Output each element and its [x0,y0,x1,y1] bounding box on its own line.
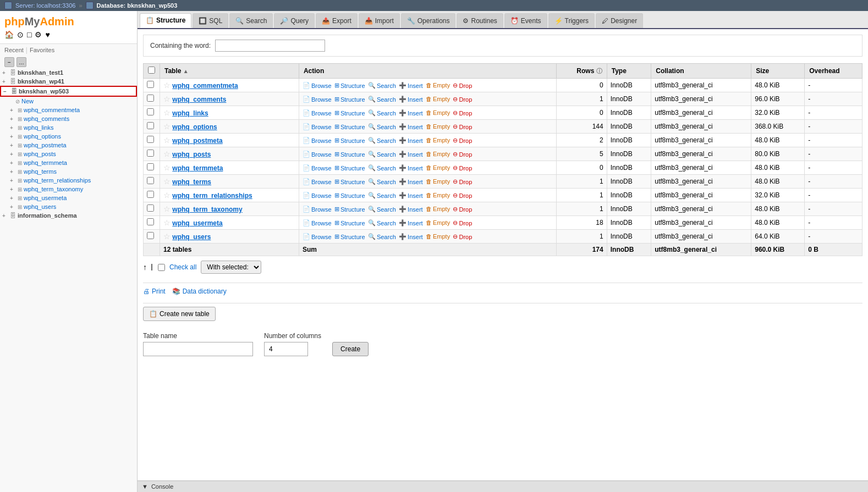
sidebar-item-wphq-usermeta[interactable]: + ⊞ wphq_usermeta [8,194,137,202]
tab-designer[interactable]: 🖊 Designer [596,13,643,28]
home-icon[interactable]: 🏠 [4,30,14,39]
tab-routines[interactable]: ⚙ Routines [457,13,503,28]
star-icon[interactable]: ☆ [163,95,171,103]
sidebar-item-wphq-termmeta[interactable]: + ⊞ wphq_termmeta [8,158,137,167]
empty-link[interactable]: 🗑 Empty [426,82,450,89]
row-checkbox[interactable] [147,81,154,88]
check-all-checkbox[interactable] [158,264,165,271]
row-checkbox[interactable] [147,122,154,129]
sidebar-icon-ellipsis[interactable]: … [17,57,26,67]
sidebar-item-bknskhan-wp503[interactable]: − 🗄 bknskhan_wp503 [0,86,137,97]
structure-link[interactable]: ⊞ Structure [334,178,365,185]
insert-link[interactable]: ➕ Insert [399,178,423,185]
drop-link[interactable]: ⊖ Drop [453,206,472,213]
col-rows[interactable]: Rows ⓘ [557,64,607,79]
browse-link[interactable]: 📄 Browse [303,123,332,130]
create-new-table-button[interactable]: 📋 Create new table [143,307,216,321]
insert-link[interactable]: ➕ Insert [399,109,423,117]
row-checkbox[interactable] [147,150,154,157]
select-all-header-checkbox[interactable] [148,67,155,74]
insert-link[interactable]: ➕ Insert [399,192,423,199]
table-name-link[interactable]: wphq_options [172,123,217,131]
search-link[interactable]: 🔍 Search [368,109,396,117]
star-icon[interactable]: ☆ [163,150,171,158]
rows-help-icon[interactable]: ⓘ [596,68,602,74]
row-checkbox[interactable] [147,163,154,170]
empty-link[interactable]: 🗑 Empty [426,233,450,240]
insert-link[interactable]: ➕ Insert [399,233,423,240]
browse-link[interactable]: 📄 Browse [303,233,332,240]
insert-link[interactable]: ➕ Insert [399,82,423,89]
server-link[interactable]: Server: localhost:3306 [15,2,75,9]
sidebar-item-wphq-users[interactable]: + ⊞ wphq_users [8,202,137,211]
drop-link[interactable]: ⊖ Drop [453,82,472,89]
table-name-link[interactable]: wphq_term_relationships [172,192,252,200]
empty-link[interactable]: 🗑 Empty [426,109,450,116]
structure-link[interactable]: ⊞ Structure [334,137,365,144]
structure-link[interactable]: ⊞ Structure [334,96,365,103]
insert-link[interactable]: ➕ Insert [399,219,423,226]
row-checkbox[interactable] [147,136,154,143]
star-icon[interactable]: ☆ [163,232,171,241]
drop-link[interactable]: ⊖ Drop [453,164,472,172]
table-name-link[interactable]: wphq_postmeta [172,137,222,145]
with-selected-dropdown[interactable]: With selected: BrowseDropEmptyExport [201,261,261,274]
sidebar-item-wphq-links[interactable]: + ⊞ wphq_links [8,123,137,132]
search-link[interactable]: 🔍 Search [368,123,396,130]
sidebar-icon-minus[interactable]: − [4,57,14,67]
search-link[interactable]: 🔍 Search [368,164,396,172]
drop-link[interactable]: ⊖ Drop [453,123,472,130]
row-checkbox[interactable] [147,191,154,198]
print-link[interactable]: 🖨 Print [143,288,166,295]
data-dictionary-link[interactable]: 📚 Data dictionary [172,288,227,295]
row-checkbox[interactable] [147,95,154,102]
search-link[interactable]: 🔍 Search [368,137,396,144]
table-name-link[interactable]: wphq_links [172,109,208,117]
settings-icon[interactable]: ⚙ [35,30,42,39]
drop-link[interactable]: ⊖ Drop [453,96,472,103]
browse-link[interactable]: 📄 Browse [303,219,332,226]
structure-link[interactable]: ⊞ Structure [334,164,365,172]
structure-link[interactable]: ⊞ Structure [334,192,365,199]
tab-operations[interactable]: 🔧 Operations [401,13,456,28]
sidebar-item-bknskhan-wp41[interactable]: + 🗄 bknskhan_wp41 [0,77,137,86]
empty-link[interactable]: 🗑 Empty [426,151,450,157]
filter-input[interactable] [215,40,325,52]
create-button[interactable]: Create [332,342,369,356]
browse-link[interactable]: 📄 Browse [303,151,332,158]
drop-link[interactable]: ⊖ Drop [453,219,472,226]
browse-link[interactable]: 📄 Browse [303,206,332,213]
table-name-link[interactable]: wphq_termmeta [172,164,223,172]
browse-link[interactable]: 📄 Browse [303,96,332,103]
tab-triggers[interactable]: ⚡ Triggers [548,13,595,28]
recent-link[interactable]: Recent [4,47,24,53]
row-checkbox[interactable] [147,108,154,115]
browse-link[interactable]: 📄 Browse [303,192,332,199]
favorites-icon[interactable]: ♥ [45,30,50,39]
search-link[interactable]: 🔍 Search [368,151,396,158]
tab-structure[interactable]: 📋 Structure [140,13,191,28]
star-icon[interactable]: ☆ [163,163,171,172]
structure-link[interactable]: ⊞ Structure [334,233,365,240]
table-name-link[interactable]: wphq_comments [172,96,226,103]
col-table[interactable]: Table ▲ [160,64,299,79]
sidebar-item-wphq-commentmeta[interactable]: + ⊞ wphq_commentmeta [8,106,137,114]
empty-link[interactable]: 🗑 Empty [426,96,450,102]
drop-link[interactable]: ⊖ Drop [453,192,472,199]
sidebar-item-wphq-options[interactable]: + ⊞ wphq_options [8,132,137,141]
star-icon[interactable]: ☆ [163,122,171,131]
console-icon[interactable]: □ [27,30,31,39]
sidebar-item-wphq-postmeta[interactable]: + ⊞ wphq_postmeta [8,141,137,150]
favorites-link[interactable]: Favorites [30,47,54,53]
insert-link[interactable]: ➕ Insert [399,164,423,172]
search-link[interactable]: 🔍 Search [368,233,396,240]
browse-link[interactable]: 📄 Browse [303,109,332,117]
row-checkbox[interactable] [147,218,154,225]
search-link[interactable]: 🔍 Search [368,219,396,226]
empty-link[interactable]: 🗑 Empty [426,123,450,130]
star-icon[interactable]: ☆ [163,218,171,227]
structure-link[interactable]: ⊞ Structure [334,151,365,158]
empty-link[interactable]: 🗑 Empty [426,219,450,226]
search-link[interactable]: 🔍 Search [368,192,396,199]
sidebar-item-information-schema[interactable]: + 🗄 information_schema [0,211,137,220]
